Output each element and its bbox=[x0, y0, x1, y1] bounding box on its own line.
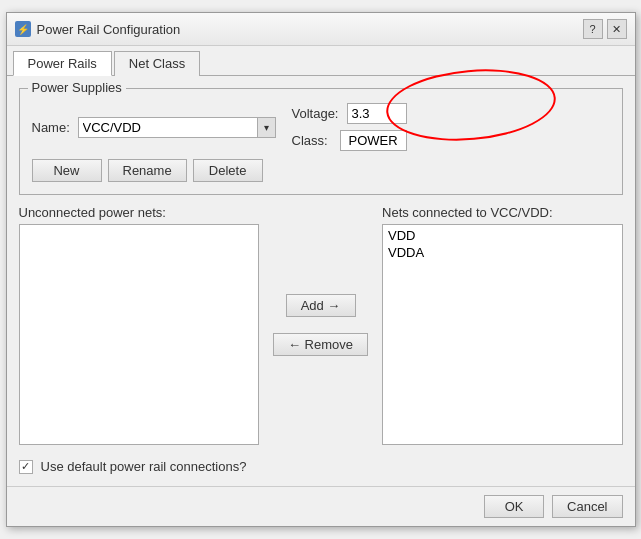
connected-panel: Nets connected to VCC/VDD: VDD VDDA bbox=[382, 205, 622, 445]
connected-label: Nets connected to VCC/VDD: bbox=[382, 205, 622, 220]
app-icon: ⚡ bbox=[15, 21, 31, 37]
voltage-section: Voltage: Class: POWER bbox=[292, 103, 407, 151]
ok-button[interactable]: OK bbox=[484, 495, 544, 518]
class-value: POWER bbox=[340, 130, 407, 151]
name-label: Name: bbox=[32, 120, 72, 135]
voltage-input[interactable] bbox=[347, 103, 407, 124]
unconnected-nets-list[interactable] bbox=[19, 224, 259, 445]
title-bar: ⚡ Power Rail Configuration ? ✕ bbox=[7, 13, 635, 46]
voltage-label: Voltage: bbox=[292, 106, 339, 121]
tab-power-rails[interactable]: Power Rails bbox=[13, 51, 112, 76]
unconnected-panel: Unconnected power nets: bbox=[19, 205, 259, 445]
content-area: Power Supplies Name: ▾ Voltage: bbox=[7, 76, 635, 486]
name-input[interactable] bbox=[78, 117, 258, 138]
transfer-buttons: Add → ← Remove bbox=[269, 205, 372, 445]
help-button[interactable]: ? bbox=[583, 19, 603, 39]
default-connections-checkbox[interactable] bbox=[19, 460, 33, 474]
name-field-row: Name: ▾ bbox=[32, 117, 276, 138]
class-row: Class: POWER bbox=[292, 130, 407, 151]
default-connections-section: Use default power rail connections? bbox=[19, 459, 623, 474]
supplies-row: Name: ▾ Voltage: Class: bbox=[32, 103, 610, 151]
group-label: Power Supplies bbox=[28, 80, 126, 95]
add-button[interactable]: Add → bbox=[286, 294, 356, 317]
list-item: VDD bbox=[385, 227, 619, 244]
class-label: Class: bbox=[292, 133, 332, 148]
tab-net-class[interactable]: Net Class bbox=[114, 51, 200, 76]
list-item: VDDA bbox=[385, 244, 619, 261]
nets-section: Unconnected power nets: Add → ← Remove N… bbox=[19, 205, 623, 445]
voltage-row: Voltage: bbox=[292, 103, 407, 124]
rename-button[interactable]: Rename bbox=[108, 159, 187, 182]
combo-dropdown-arrow[interactable]: ▾ bbox=[258, 117, 276, 138]
close-button[interactable]: ✕ bbox=[607, 19, 627, 39]
power-supplies-group: Power Supplies Name: ▾ Voltage: bbox=[19, 88, 623, 195]
footer: OK Cancel bbox=[7, 486, 635, 526]
connected-nets-list[interactable]: VDD VDDA bbox=[382, 224, 622, 445]
remove-button[interactable]: ← Remove bbox=[273, 333, 368, 356]
dialog: ⚡ Power Rail Configuration ? ✕ Power Rai… bbox=[6, 12, 636, 527]
tab-bar: Power Rails Net Class bbox=[7, 46, 635, 76]
name-combo: ▾ bbox=[78, 117, 276, 138]
delete-button[interactable]: Delete bbox=[193, 159, 263, 182]
action-buttons: New Rename Delete bbox=[32, 159, 610, 182]
dialog-title: Power Rail Configuration bbox=[37, 22, 181, 37]
default-connections-label: Use default power rail connections? bbox=[41, 459, 247, 474]
new-button[interactable]: New bbox=[32, 159, 102, 182]
unconnected-label: Unconnected power nets: bbox=[19, 205, 259, 220]
cancel-button[interactable]: Cancel bbox=[552, 495, 622, 518]
